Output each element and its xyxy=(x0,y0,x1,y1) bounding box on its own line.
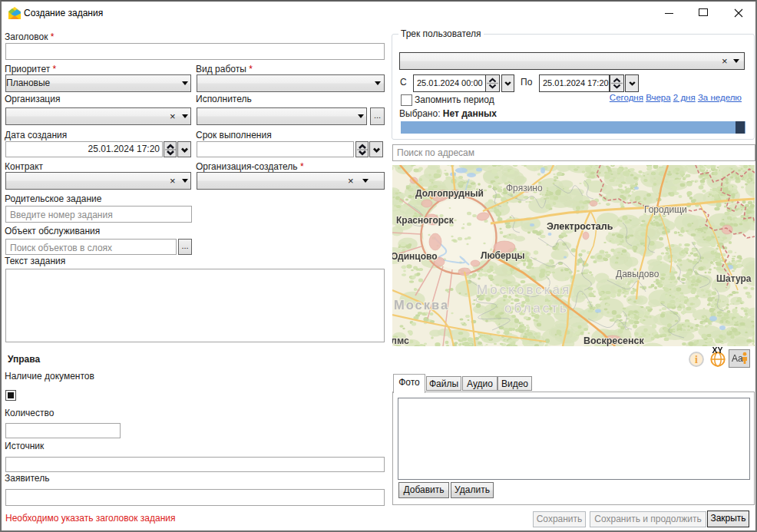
svg-text:Люберцы: Люберцы xyxy=(481,250,525,261)
svg-text:Городищи: Городищи xyxy=(644,204,687,215)
svg-text:Давыдово: Давыдово xyxy=(616,269,659,279)
svg-text:i: i xyxy=(695,354,698,365)
svg-text:Фрязино: Фрязино xyxy=(506,183,543,193)
svg-text:Электросталь: Электросталь xyxy=(547,221,613,232)
svg-text:Московская: Московская xyxy=(477,283,571,297)
svg-text:область: область xyxy=(504,301,569,316)
svg-text:Воскресенск: Воскресенск xyxy=(583,335,645,346)
svg-text:Шатура: Шатура xyxy=(716,273,752,284)
svg-text:Красногорск: Красногорск xyxy=(396,215,455,226)
svg-text:лмс: лмс xyxy=(392,335,409,346)
svg-text:Одинцово: Одинцово xyxy=(392,251,438,262)
svg-text:XY: XY xyxy=(712,345,722,355)
svg-text:Долгопрудный: Долгопрудный xyxy=(415,188,484,199)
svg-text:Москва: Москва xyxy=(394,298,449,312)
